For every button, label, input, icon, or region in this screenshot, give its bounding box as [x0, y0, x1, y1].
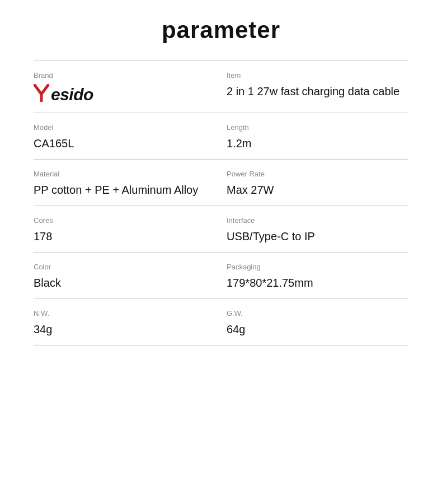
brand-logo: esido: [34, 84, 215, 105]
param-label: Length: [227, 123, 408, 132]
params-table: Brand esido Item2 in 1 27w fast charging…: [34, 60, 408, 346]
param-cell-right: Power RateMax 27W: [227, 170, 408, 198]
param-row: Brand esido Item2 in 1 27w fast charging…: [34, 60, 408, 113]
param-value: 1.2m: [227, 136, 408, 151]
param-value: Black: [34, 276, 215, 291]
param-label: Item: [227, 71, 408, 80]
param-label: Brand: [34, 71, 215, 80]
param-cell-right: Length1.2m: [227, 123, 408, 151]
param-value: Max 27W: [227, 183, 408, 198]
param-label: Interface: [227, 216, 408, 225]
param-label: N.W.: [34, 309, 215, 318]
param-label: Model: [34, 123, 215, 132]
page-title: parameter: [34, 17, 408, 44]
param-label: Packaging: [227, 263, 408, 271]
param-value: USB/Type-C to IP: [227, 229, 408, 244]
param-label: G.W.: [227, 309, 408, 318]
param-row: N.W.34gG.W.64g: [34, 299, 408, 346]
param-label: Power Rate: [227, 170, 408, 178]
param-value: 2 in 1 27w fast charging data cable: [227, 84, 408, 99]
param-cell-right: InterfaceUSB/Type-C to IP: [227, 216, 408, 244]
param-row: ColorBlackPackaging179*80*21.75mm: [34, 253, 408, 299]
param-value: 64g: [227, 322, 408, 337]
param-cell-left: MaterialPP cotton + PE + Aluminum Alloy: [34, 170, 227, 198]
page: parameter Brand esido Item2 in 1 27w fas…: [0, 0, 442, 504]
param-cell-right: G.W.64g: [227, 309, 408, 337]
param-value: 178: [34, 229, 215, 244]
param-cell-right: Packaging179*80*21.75mm: [227, 263, 408, 291]
y-logo-icon: [34, 84, 49, 102]
param-row: MaterialPP cotton + PE + Aluminum AlloyP…: [34, 160, 408, 206]
param-cell-left: N.W.34g: [34, 309, 227, 337]
param-value: CA165L: [34, 136, 215, 151]
param-value: 179*80*21.75mm: [227, 276, 408, 291]
param-label: Cores: [34, 216, 215, 225]
param-label: Material: [34, 170, 215, 178]
param-cell-left: Cores178: [34, 216, 227, 244]
param-cell-right: Item2 in 1 27w fast charging data cable: [227, 71, 408, 105]
param-cell-left: Brand esido: [34, 71, 227, 105]
param-row: ModelCA165LLength1.2m: [34, 113, 408, 160]
param-label: Color: [34, 263, 215, 271]
param-row: Cores178InterfaceUSB/Type-C to IP: [34, 206, 408, 253]
param-cell-left: ColorBlack: [34, 263, 227, 291]
param-value: PP cotton + PE + Aluminum Alloy: [34, 183, 215, 198]
param-value: 34g: [34, 322, 215, 337]
brand-name-text: esido: [51, 86, 93, 103]
param-cell-left: ModelCA165L: [34, 123, 227, 151]
